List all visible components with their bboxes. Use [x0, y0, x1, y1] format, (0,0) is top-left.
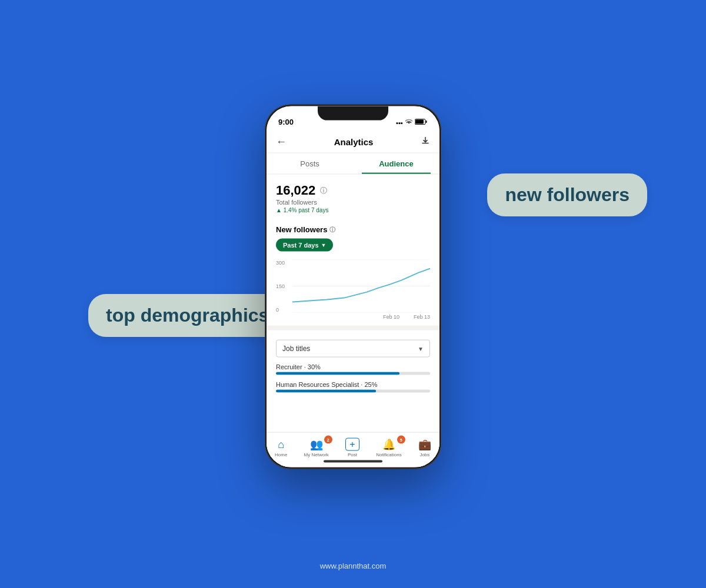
battery-icon	[415, 119, 428, 126]
demographics-tooltip: top demographics	[88, 294, 287, 337]
nav-home[interactable]: ⌂ Home	[275, 438, 287, 457]
status-icons: ▪▪▪	[396, 119, 428, 126]
phone-inner: 9:00 ▪▪▪	[267, 106, 439, 467]
demographics-divider	[267, 326, 439, 330]
dropdown-arrow-icon: ▼	[418, 345, 424, 352]
phone-notch	[318, 106, 388, 121]
signal-icon: ▪▪▪	[396, 119, 403, 126]
new-followers-tooltip-text: new followers	[505, 184, 630, 205]
tabs: Posts Audience	[267, 153, 439, 175]
my-network-icon: 👥	[310, 438, 323, 451]
new-followers-tooltip: new followers	[487, 173, 647, 216]
dropdown-label: Job titles	[282, 345, 310, 353]
demographics-tooltip-text: top demographics	[106, 305, 269, 326]
my-network-badge: 2	[324, 436, 332, 444]
svg-rect-1	[426, 121, 427, 123]
page-container: new followers top demographics 9:00 ▪▪▪	[0, 0, 706, 588]
home-icon: ⌂	[278, 438, 284, 450]
demo-bar-fill-hr-specialist	[276, 390, 376, 393]
period-button[interactable]: Past 7 days ▼	[276, 239, 333, 252]
demo-label-recruiter: Recruiter · 30%	[276, 363, 430, 370]
new-followers-title: New followers ⓘ	[276, 225, 430, 234]
svg-rect-2	[415, 120, 424, 124]
home-indicator	[324, 460, 382, 463]
new-followers-info-icon: ⓘ	[329, 225, 335, 233]
footer-url: www.plannthat.com	[320, 562, 387, 570]
tab-posts[interactable]: Posts	[267, 153, 353, 174]
follower-count: 16,022	[276, 183, 315, 198]
chart-y-labels: 300 150 0	[276, 260, 285, 313]
status-time: 9:00	[278, 118, 294, 126]
phone-frame: 9:00 ▪▪▪	[265, 105, 441, 469]
chart-svg	[292, 260, 430, 313]
demo-label-hr-specialist: Human Resources Specialist · 25%	[276, 381, 430, 388]
app-screen: ← Analytics Posts Audience	[267, 130, 439, 467]
job-titles-dropdown[interactable]: Job titles ▼	[276, 340, 430, 358]
notifications-icon: 🔔	[382, 438, 395, 451]
info-icon: ⓘ	[320, 185, 327, 195]
tab-audience[interactable]: Audience	[353, 153, 439, 174]
follower-label: Total followers	[276, 199, 430, 206]
wifi-icon	[405, 119, 412, 126]
notifications-badge: 5	[397, 436, 405, 444]
demo-bar-fill-recruiter	[276, 372, 399, 375]
header-title: Analytics	[334, 137, 374, 147]
nav-post[interactable]: + Post	[345, 438, 359, 457]
demo-item-hr-specialist: Human Resources Specialist · 25%	[276, 381, 430, 393]
jobs-icon: 💼	[418, 438, 431, 451]
nav-jobs[interactable]: 💼 Jobs	[418, 438, 431, 457]
demo-bar-bg-hr-specialist	[276, 390, 430, 393]
follower-change: ▲ 1.4% past 7 days	[276, 207, 430, 213]
back-button[interactable]: ←	[276, 136, 287, 148]
download-button[interactable]	[421, 136, 430, 148]
chart-area: 300 150 0	[267, 255, 439, 322]
period-arrow-icon: ▼	[321, 242, 327, 248]
post-icon: +	[345, 438, 359, 451]
nav-my-network[interactable]: 👥 2 My Network	[304, 438, 329, 457]
demographics-section: Job titles ▼ Recruiter · 30% Human Resou…	[267, 334, 439, 399]
followers-section: 16,022 ⓘ Total followers ▲ 1.4% past 7 d…	[267, 175, 439, 219]
app-header: ← Analytics	[267, 130, 439, 153]
chart-x-labels: Feb 10 Feb 13	[292, 313, 430, 320]
demo-item-recruiter: Recruiter · 30%	[276, 363, 430, 375]
demo-bar-bg-recruiter	[276, 372, 430, 375]
new-followers-section: New followers ⓘ Past 7 days ▼	[267, 219, 439, 255]
nav-notifications[interactable]: 🔔 5 Notifications	[376, 438, 402, 457]
